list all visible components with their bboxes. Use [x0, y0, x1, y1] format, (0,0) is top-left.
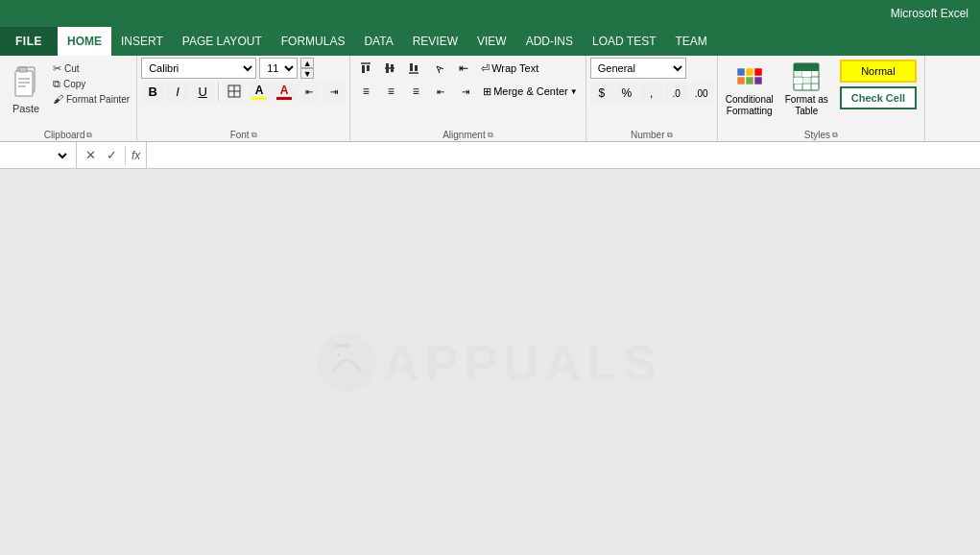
cell-styles-section: Normal Check Cell [836, 58, 920, 126]
number-expand-icon[interactable]: ⧉ [667, 131, 673, 140]
currency-button[interactable]: $ [590, 83, 613, 104]
align-middle-button[interactable] [378, 58, 401, 79]
name-box[interactable] [0, 142, 77, 168]
paste-icon [9, 60, 43, 103]
alignment-label: Alignment [442, 130, 485, 140]
format-painter-icon: 🖌 [53, 93, 63, 105]
check-cell-style-button[interactable]: Check Cell [840, 86, 917, 109]
clipboard-group: Paste ✂ Cut ⧉ Copy 🖌 Format Painter Clip… [0, 56, 137, 141]
appuals-text: APPUALS [383, 334, 661, 392]
align-left-button[interactable]: ≡ [354, 81, 377, 102]
align-center-button[interactable]: ≡ [379, 81, 402, 102]
menu-item-review[interactable]: REVIEW [403, 27, 467, 56]
clipboard-content: Paste ✂ Cut ⧉ Copy 🖌 Format Painter [4, 58, 132, 126]
appuals-logo: APPUALS [318, 334, 661, 392]
merge-center-button[interactable]: ⊞ Merge & Center ▼ [479, 83, 582, 101]
normal-style-button[interactable]: Normal [840, 60, 917, 83]
formula-input[interactable] [147, 142, 980, 168]
decrease-decimal-button[interactable]: .0 [665, 83, 688, 104]
bold-button[interactable]: B [141, 81, 164, 102]
scissors-icon: ✂ [53, 62, 61, 75]
alignment-label-bar: Alignment ⧉ [350, 129, 586, 141]
number-format-row: General [590, 58, 686, 79]
title-bar: Microsoft Excel [0, 0, 980, 27]
spreadsheet-area: APPUALS [0, 169, 980, 555]
menu-item-page-layout[interactable]: PAGE LAYOUT [173, 27, 272, 56]
format-table-icon [789, 60, 824, 94]
svg-rect-31 [802, 71, 811, 77]
menu-item-data[interactable]: DATA [354, 27, 402, 56]
font-label-bar: Font ⧉ [137, 129, 349, 141]
font-size-select[interactable]: 11 [259, 58, 298, 79]
name-box-select[interactable] [6, 149, 70, 162]
font-expand-icon[interactable]: ⧉ [251, 131, 257, 140]
menu-item-add-ins[interactable]: ADD-INS [516, 27, 583, 56]
increase-decimal-button[interactable]: .00 [690, 83, 713, 104]
menu-item-home[interactable]: HOME [58, 27, 111, 56]
font-color-button[interactable]: A [273, 81, 296, 102]
menu-item-formulas[interactable]: FORMULAS [272, 27, 355, 56]
menu-item-load-test[interactable]: LOAD TEST [583, 27, 665, 56]
font-size-decrease[interactable]: ▼ [300, 68, 314, 79]
decrease-indent-button[interactable]: ⇤ [298, 81, 321, 102]
styles-group: ConditionalFormatting [718, 56, 925, 141]
svg-rect-14 [391, 64, 394, 72]
formula-bar: ✕ ✓ fx [0, 142, 980, 169]
menu-item-insert[interactable]: INSERT [111, 27, 173, 56]
align-top-button[interactable] [354, 58, 377, 79]
clipboard-expand-icon[interactable]: ⧉ [86, 131, 92, 140]
italic-button[interactable]: I [166, 81, 189, 102]
orientation-button[interactable]: A [423, 56, 455, 84]
number-format-select[interactable]: General [590, 58, 686, 79]
menu-item-team[interactable]: TEAM [665, 27, 716, 56]
svg-rect-17 [415, 65, 418, 71]
number-group: General $ % , .0 .00 Number ⧉ [586, 56, 718, 141]
number-buttons-row: $ % , .0 .00 [590, 83, 713, 104]
menu-item-view[interactable]: VIEW [467, 27, 516, 56]
copy-icon: ⧉ [53, 78, 60, 90]
fill-color-button[interactable]: A [248, 81, 271, 102]
align-bottom-icon [407, 61, 420, 75]
styles-expand-icon[interactable]: ⧉ [832, 131, 838, 140]
align-top-icon [359, 61, 372, 75]
wrap-text-button[interactable]: ⏎ Wrap Text [477, 60, 542, 78]
formula-cancel-button[interactable]: ✕ [81, 146, 100, 165]
alignment-expand-icon[interactable]: ⧉ [488, 131, 493, 140]
styles-label: Styles [804, 130, 830, 140]
font-label: Font [230, 130, 250, 140]
font-content: Calibri 11 ▲ ▼ B I U [141, 58, 346, 126]
underline-button[interactable]: U [191, 81, 214, 102]
font-size-increase[interactable]: ▲ [300, 58, 314, 68]
app-title: Microsoft Excel [891, 7, 968, 20]
font-name-select[interactable]: Calibri [141, 58, 256, 79]
format-as-table-button[interactable]: Format asTable [781, 58, 832, 126]
format-painter-button[interactable]: 🖌 Format Painter [50, 92, 132, 106]
clipboard-label: Clipboard [44, 130, 85, 140]
cut-button[interactable]: ✂ Cut [50, 61, 132, 76]
formula-confirm-button[interactable]: ✓ [102, 146, 121, 165]
menu-item-file[interactable]: FILE [0, 27, 58, 56]
borders-button[interactable] [223, 81, 246, 102]
align-right-button[interactable]: ≡ [404, 81, 427, 102]
merge-dropdown-icon: ▼ [570, 87, 578, 96]
increase-indent-button[interactable]: ⇥ [323, 81, 346, 102]
ribbon: Paste ✂ Cut ⧉ Copy 🖌 Format Painter Clip… [0, 56, 980, 142]
svg-rect-20 [746, 68, 753, 76]
styles-content: ConditionalFormatting [722, 58, 920, 126]
copy-button[interactable]: ⧉ Copy [50, 77, 132, 91]
comma-button[interactable]: , [640, 83, 663, 104]
paste-button[interactable]: Paste [4, 58, 48, 117]
appuals-logo-circle [318, 334, 375, 392]
fx-button[interactable]: fx [126, 142, 147, 168]
text-indent-button[interactable]: ⇤ [452, 58, 475, 79]
increase-indent-btn[interactable]: ⇥ [454, 81, 477, 102]
formula-action-buttons: ✕ ✓ [77, 146, 126, 165]
format-table-label: Format asTable [785, 94, 828, 117]
percent-button[interactable]: % [615, 83, 638, 104]
decrease-indent-btn[interactable]: ⇤ [429, 81, 452, 102]
paste-label: Paste [12, 103, 39, 114]
svg-rect-2 [19, 67, 27, 72]
alignment-group: A ⇤ ⏎ Wrap Text ≡ ≡ ≡ ⇤ ⇥ ⊞ Merge & Cent… [350, 56, 586, 141]
conditional-formatting-button[interactable]: ConditionalFormatting [722, 58, 777, 126]
svg-rect-23 [754, 77, 762, 84]
